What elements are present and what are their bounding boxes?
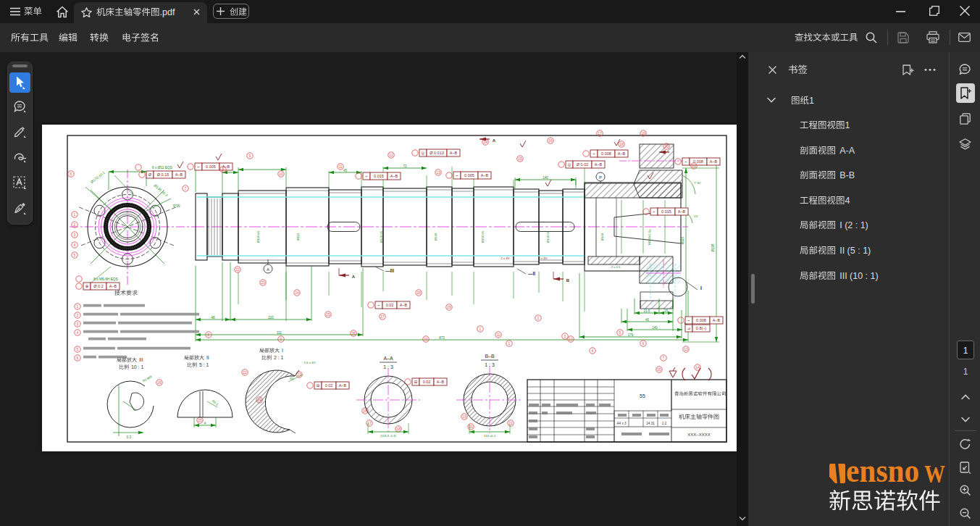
svg-text:—III: —III: [385, 268, 394, 273]
svg-text:0.008: 0.008: [601, 151, 611, 156]
svg-text:Ø140 h6: Ø140 h6: [546, 230, 550, 243]
svg-text:1: 1: [479, 327, 482, 331]
svg-text:Ø115: Ø115: [681, 236, 684, 244]
svg-text:2 x 0.5: 2 x 0.5: [611, 265, 621, 269]
svg-text:179: 179: [628, 333, 634, 337]
svg-text:M130x2-6g: M130x2-6g: [648, 229, 651, 245]
svg-text:0.3: 0.3: [127, 435, 132, 439]
svg-text:873: 873: [439, 336, 445, 340]
svg-text:A-A: A-A: [839, 146, 855, 156]
svg-text:I: I: [700, 285, 702, 291]
svg-text:ensno: ensno: [846, 462, 919, 485]
svg-text:8: 8: [222, 167, 225, 172]
svg-text:6: 6: [77, 356, 79, 360]
svg-text:7°30': 7°30': [694, 181, 701, 185]
svg-text:W: W: [924, 462, 945, 485]
svg-text:0.02: 0.02: [325, 383, 333, 388]
svg-text:A–B: A–B: [450, 151, 458, 155]
svg-text:III: III: [139, 357, 143, 362]
svg-text:⊟: ⊟: [414, 380, 418, 384]
svg-text:⌐: ⌐: [365, 174, 367, 178]
svg-text:11: 11: [338, 164, 342, 169]
svg-text:1.6 x 45°: 1.6 x 45°: [303, 361, 316, 364]
svg-text:21.5: 21.5: [644, 309, 650, 313]
svg-text:Ø120 h5: Ø120 h5: [380, 230, 383, 243]
svg-text:A–B: A–B: [481, 173, 489, 178]
svg-text:Ø 0.013: Ø 0.013: [430, 151, 444, 155]
svg-text:III (10 : 1): III (10 : 1): [839, 271, 879, 281]
svg-text:A: A: [352, 275, 356, 279]
svg-text:12: 12: [569, 337, 573, 341]
svg-text:A–A: A–A: [383, 356, 393, 361]
svg-text:B-B: B-B: [839, 170, 855, 180]
svg-text:Ø 0.15: Ø 0.15: [157, 172, 169, 177]
svg-text:18: 18: [396, 427, 401, 431]
svg-text:5: 5: [77, 347, 79, 351]
svg-text:Ø: Ø: [148, 172, 152, 177]
svg-text:⌐: ⌐: [456, 173, 458, 178]
svg-text:5 : 1: 5 : 1: [199, 362, 209, 367]
svg-text:4: 4: [592, 348, 594, 353]
svg-text:16: 16: [548, 138, 553, 143]
svg-text:26: 26: [351, 331, 356, 335]
svg-text:17: 17: [598, 131, 602, 135]
svg-text:140: 140: [652, 326, 658, 330]
svg-text:11: 11: [496, 333, 500, 337]
svg-text:II: II: [206, 355, 209, 360]
svg-text:⌐: ⌐: [197, 164, 199, 169]
svg-text:55: 55: [640, 393, 645, 398]
svg-text:24: 24: [295, 291, 299, 295]
svg-text:0.8(–): 0.8(–): [696, 326, 707, 330]
svg-text:⌐: ⌐: [687, 318, 690, 322]
svg-text:7: 7: [185, 186, 187, 191]
svg-text:0.005: 0.005: [464, 173, 474, 178]
svg-text:12: 12: [389, 153, 393, 157]
svg-text:3: 3: [564, 334, 566, 338]
svg-text:2 : 1: 2 : 1: [274, 355, 284, 360]
svg-text:27: 27: [380, 314, 385, 319]
svg-text:0.015: 0.015: [374, 174, 384, 178]
svg-text:134 ±0.2: 134 ±0.2: [484, 434, 496, 438]
svg-text:21: 21: [508, 421, 513, 425]
svg-text:A: A: [493, 138, 496, 143]
svg-text:2 x 45°: 2 x 45°: [501, 256, 510, 260]
svg-text:29: 29: [447, 305, 451, 309]
svg-text:A–B: A–B: [678, 209, 686, 214]
svg-text:10: 10: [279, 172, 283, 176]
svg-text:2: 2: [537, 316, 540, 320]
svg-text:4: 4: [77, 330, 79, 335]
svg-text:28: 28: [416, 291, 421, 295]
svg-text:1: 1: [845, 120, 850, 130]
svg-text:10 : 1: 10 : 1: [131, 364, 144, 370]
svg-text:I: I: [282, 348, 283, 353]
svg-text:72: 72: [403, 164, 407, 168]
svg-text:◎: ◎: [568, 162, 571, 167]
svg-text:A–B: A–B: [400, 303, 408, 307]
svg-text:0.015: 0.015: [661, 209, 671, 214]
svg-text:15: 15: [664, 309, 669, 313]
svg-text:Ø 0.2: Ø 0.2: [93, 284, 103, 288]
svg-text:3: 3: [77, 322, 79, 326]
svg-text:Ø170 ±0.1: Ø170 ±0.1: [90, 170, 106, 184]
svg-text:1:2: 1:2: [662, 422, 667, 425]
svg-text:7: 7: [663, 356, 665, 360]
svg-text:10: 10: [424, 337, 428, 341]
svg-text:40: 40: [645, 318, 650, 322]
svg-text:⊟: ⊟: [317, 383, 320, 388]
svg-text:(118.3 -0.3): (118.3 -0.3): [380, 434, 396, 438]
svg-text:5: 5: [619, 330, 621, 335]
svg-text:R0.988: R0.988: [142, 375, 153, 383]
svg-text:XXX–XXXX: XXX–XXXX: [687, 433, 710, 437]
svg-text:23: 23: [297, 372, 301, 377]
svg-text:⊕: ⊕: [85, 284, 89, 288]
svg-text:6 x Ø11 EQS: 6 x Ø11 EQS: [152, 166, 172, 170]
svg-text:.pdf: .pdf: [160, 7, 175, 17]
svg-text:B: B: [566, 278, 570, 283]
svg-text:⌐: ⌐: [653, 209, 655, 214]
svg-text:14.31: 14.31: [646, 422, 655, 425]
svg-text:A–B: A–B: [175, 172, 183, 177]
svg-text:0.005: 0.005: [206, 164, 216, 169]
svg-text:15°: 15°: [694, 214, 699, 218]
svg-text:⌐: ⌐: [592, 151, 595, 156]
svg-text:A4 x 3: A4 x 3: [616, 422, 626, 425]
